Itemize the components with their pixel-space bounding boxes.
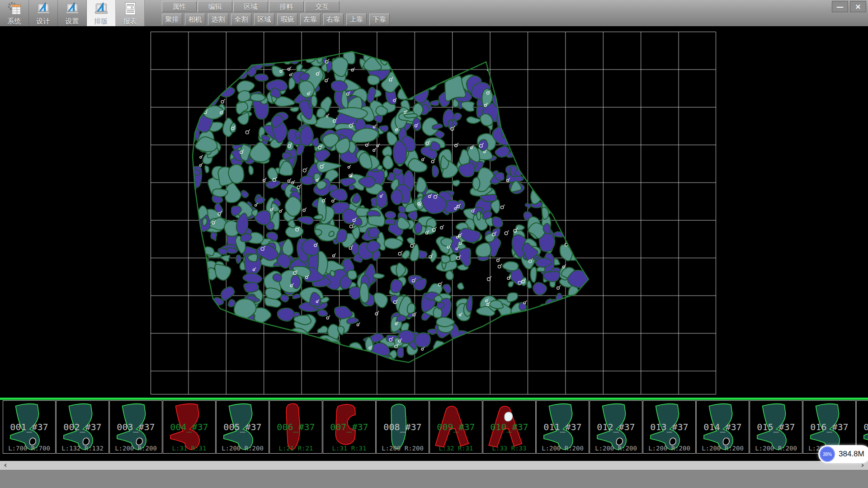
app-tab-label: 排版 [94, 17, 108, 25]
thumbnail-piece-007_#37[interactable]: 007_#37L:31 R:31 [323, 400, 376, 454]
thumbnail-piece-002_#37[interactable]: 002_#37L:132 R:132 [56, 400, 109, 454]
app-tab-2[interactable]: 设计 [29, 0, 58, 26]
thumbnail-piece-014_#37[interactable]: 014_#37L:200 R:200 [696, 400, 749, 454]
piece-id: 001_#37 [3, 422, 55, 432]
menu-tab-2[interactable]: 编辑 [198, 1, 232, 12]
menu-tab-1[interactable]: 属性 [162, 1, 197, 12]
tool-button-5[interactable]: 区域 [254, 14, 274, 25]
piece-id: 003_#37 [110, 422, 162, 432]
nesting-ruler-icon [92, 1, 110, 17]
piece-lr-count: L:200 R:200 [590, 445, 642, 452]
piece-id: 011_#37 [537, 422, 589, 432]
close-button[interactable]: × [850, 1, 866, 12]
piece-id: 007_#37 [323, 422, 375, 432]
pieces-strip: 001_#37L:700 R:700002_#37L:132 R:132003_… [0, 398, 868, 461]
piece-id: 017_#37 [857, 422, 868, 432]
app-tab-5[interactable]: 报表 [116, 0, 145, 26]
menu-tab-5[interactable]: 交互 [305, 1, 340, 12]
tool-button-4[interactable]: 全割 [231, 14, 251, 25]
tool-button-8[interactable]: 右靠 [323, 14, 344, 25]
piece-lr-count: L:200 R:200 [537, 445, 589, 452]
thumbnail-piece-011_#37[interactable]: 011_#37L:200 R:200 [536, 400, 589, 454]
status-bar [0, 470, 868, 488]
app-window: 系统设计设置排版报表 属性编辑区域排料交互 聚排相机选割全割区域瑕疵左靠右靠上靠… [0, 0, 868, 488]
settings-ruler-icon [63, 1, 81, 17]
menu-tab-3[interactable]: 区域 [233, 1, 268, 12]
piece-id: 002_#37 [57, 422, 108, 432]
thumbnail-piece-009_#37[interactable]: 009_#37L:32 R:31 [429, 400, 482, 454]
status-badge[interactable]: 38% 384.8M [818, 445, 868, 463]
tool-button-3[interactable]: 选割 [208, 14, 228, 25]
tool-button-7[interactable]: 左靠 [300, 14, 321, 25]
tool-button-row: 聚排相机选割全割区域瑕疵左靠右靠上靠下靠 [162, 14, 390, 25]
system-gear-icon [5, 1, 24, 17]
strip-accent-line [0, 398, 868, 400]
app-tab-label: 报表 [123, 17, 137, 25]
piece-lr-count: L:132 R:132 [57, 445, 108, 452]
piece-id: 015_#37 [750, 422, 802, 432]
progress-circle: 38% [820, 446, 835, 462]
thumbnail-piece-015_#37[interactable]: 015_#37L:200 R:200 [750, 400, 802, 454]
piece-lr-count: L:200 R:200 [643, 445, 695, 452]
menu-tab-row: 属性编辑区域排料交互 [162, 1, 390, 12]
piece-lr-count: L:31 R:31 [323, 445, 375, 452]
thumbnail-piece-013_#37[interactable]: 013_#37L:200 R:200 [643, 400, 696, 454]
piece-id: 004_#37 [163, 422, 215, 432]
piece-id: 009_#37 [430, 422, 482, 432]
piece-id: 006_#37 [270, 422, 322, 432]
thumbnail-piece-003_#37[interactable]: 003_#37L:200 R:200 [109, 400, 162, 454]
app-tab-label: 系统 [8, 17, 21, 25]
piece-lr-count: L:700 R:700 [3, 445, 55, 452]
tool-button-1[interactable]: 聚排 [162, 14, 182, 25]
piece-lr-count: L:31 R:31 [163, 445, 215, 452]
scroll-left-icon[interactable]: ‹ [1, 461, 10, 470]
app-tab-1[interactable]: 系统 [0, 0, 29, 26]
piece-lr-count: L:200 R:200 [697, 445, 749, 452]
app-mode-tabs: 系统设计设置排版报表 [0, 0, 145, 26]
app-tab-4[interactable]: 排版 [87, 0, 116, 26]
tool-button-9[interactable]: 上靠 [346, 14, 367, 25]
piece-id: 008_#37 [377, 422, 429, 432]
tool-button-2[interactable]: 相机 [185, 14, 205, 25]
window-controls: — × [832, 1, 866, 12]
menu-area: 属性编辑区域排料交互 聚排相机选割全割区域瑕疵左靠右靠上靠下靠 [162, 0, 390, 26]
thumbnail-piece-008_#37[interactable]: 008_#37L:200 R:200 [376, 400, 429, 454]
piece-id: 005_#37 [217, 422, 269, 432]
nesting-canvas[interactable] [0, 26, 868, 398]
thumbnail-piece-006_#37[interactable]: 006_#37L:21 R:21 [269, 400, 322, 454]
report-document-icon [121, 1, 139, 17]
minimize-button[interactable]: — [832, 1, 848, 12]
piece-id: 016_#37 [803, 422, 855, 432]
tool-button-10[interactable]: 下靠 [369, 14, 390, 25]
horizontal-scrollbar[interactable]: ‹ › [0, 461, 868, 470]
piece-lr-count: L:33 R:33 [483, 445, 535, 452]
design-ruler-icon [34, 1, 52, 17]
pieces-list: 001_#37L:700 R:700002_#37L:132 R:132003_… [0, 400, 868, 454]
piece-id: 010_#37 [483, 422, 535, 432]
app-tab-3[interactable]: 设置 [58, 0, 87, 26]
piece-id: 012_#37 [590, 422, 642, 432]
thumbnail-piece-004_#37[interactable]: 004_#37L:31 R:31 [163, 400, 216, 454]
main-toolbar: 系统设计设置排版报表 属性编辑区域排料交互 聚排相机选割全割区域瑕疵左靠右靠上靠… [0, 0, 868, 26]
piece-lr-count: L:21 R:21 [270, 445, 322, 452]
piece-id: 013_#37 [643, 422, 695, 432]
menu-tab-4[interactable]: 排料 [269, 1, 304, 12]
app-tab-label: 设置 [66, 17, 79, 25]
piece-id: 014_#37 [697, 422, 749, 432]
tool-button-6[interactable]: 瑕疵 [277, 14, 297, 25]
piece-lr-count: L:32 R:31 [430, 445, 482, 452]
app-tab-label: 设计 [37, 17, 50, 25]
piece-lr-count: L:200 R:200 [750, 445, 802, 452]
piece-lr-count: L:200 R:200 [217, 445, 269, 452]
memory-readout: 384.8M [839, 450, 864, 459]
thumbnail-piece-012_#37[interactable]: 012_#37L:200 R:200 [590, 400, 642, 454]
thumbnail-piece-001_#37[interactable]: 001_#37L:700 R:700 [3, 400, 56, 454]
piece-lr-count: L:200 R:200 [377, 445, 429, 452]
thumbnail-piece-005_#37[interactable]: 005_#37L:200 R:200 [216, 400, 269, 454]
thumbnail-piece-010_#37[interactable]: 010_#37L:33 R:33 [483, 400, 536, 454]
piece-lr-count: L:200 R:200 [110, 445, 162, 452]
